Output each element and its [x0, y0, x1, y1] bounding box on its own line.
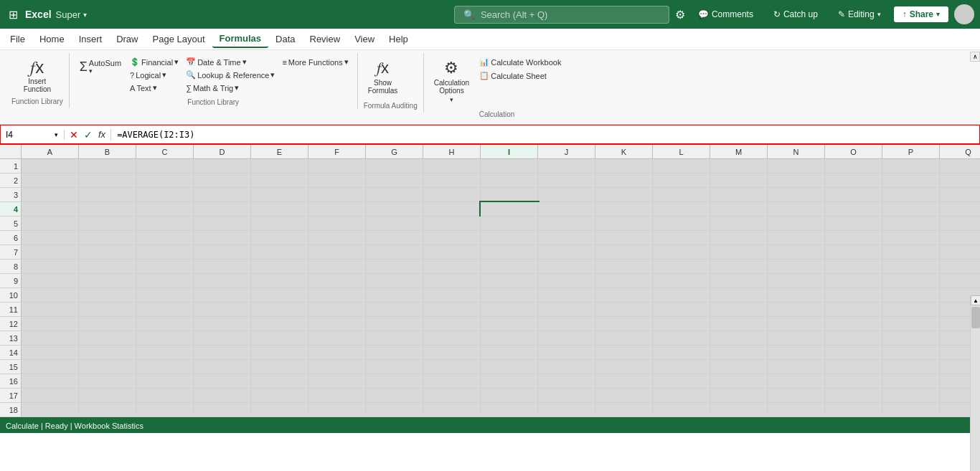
- cell-L15[interactable]: [653, 360, 710, 374]
- cell-E18[interactable]: [251, 403, 308, 417]
- cell-G15[interactable]: [366, 360, 423, 374]
- cell-O4[interactable]: [825, 202, 882, 217]
- cell-K3[interactable]: [595, 188, 653, 202]
- cell-N6[interactable]: [768, 231, 825, 245]
- cell-H10[interactable]: [423, 288, 481, 303]
- cell-K14[interactable]: [595, 346, 653, 360]
- cell-E13[interactable]: [251, 331, 308, 346]
- cell-D15[interactable]: [194, 360, 251, 374]
- cell-D14[interactable]: [194, 346, 251, 360]
- cell-D11[interactable]: [194, 303, 251, 317]
- cell-J10[interactable]: [538, 288, 595, 303]
- cell-C14[interactable]: [136, 346, 194, 360]
- cell-M17[interactable]: [710, 389, 768, 403]
- cell-A7[interactable]: [22, 245, 79, 260]
- cell-J18[interactable]: [538, 403, 595, 417]
- cell-O5[interactable]: [825, 217, 882, 231]
- cell-I6[interactable]: [481, 231, 538, 245]
- cell-J8[interactable]: [538, 260, 595, 274]
- cell-H15[interactable]: [423, 360, 481, 374]
- cell-I12[interactable]: [481, 317, 538, 331]
- cell-B14[interactable]: [79, 346, 136, 360]
- cell-P3[interactable]: [882, 188, 940, 202]
- cell-A12[interactable]: [22, 317, 79, 331]
- cell-F4[interactable]: [308, 202, 366, 217]
- cell-A8[interactable]: [22, 260, 79, 274]
- cell-A1[interactable]: [22, 159, 79, 173]
- cell-L10[interactable]: [653, 288, 710, 303]
- cell-A9[interactable]: [22, 274, 79, 288]
- cell-K13[interactable]: [595, 331, 653, 346]
- cell-P6[interactable]: [882, 231, 940, 245]
- cell-P14[interactable]: [882, 346, 940, 360]
- cell-F13[interactable]: [308, 331, 366, 346]
- cell-P13[interactable]: [882, 331, 940, 346]
- cell-C3[interactable]: [136, 188, 194, 202]
- cell-N5[interactable]: [768, 217, 825, 231]
- cell-L9[interactable]: [653, 274, 710, 288]
- cell-J14[interactable]: [538, 346, 595, 360]
- cell-A17[interactable]: [22, 389, 79, 403]
- cell-F3[interactable]: [308, 188, 366, 202]
- cell-M13[interactable]: [710, 331, 768, 346]
- cell-E17[interactable]: [251, 389, 308, 403]
- cell-G9[interactable]: [366, 274, 423, 288]
- waffle-icon[interactable]: ⊞: [6, 5, 21, 24]
- cell-J5[interactable]: [538, 217, 595, 231]
- cell-Q9[interactable]: [940, 274, 980, 288]
- more-functions-button[interactable]: ≡ More Functions ▾: [279, 56, 351, 68]
- cell-K6[interactable]: [595, 231, 653, 245]
- cell-F11[interactable]: [308, 303, 366, 317]
- cell-O11[interactable]: [825, 303, 882, 317]
- menu-view[interactable]: View: [347, 31, 382, 47]
- cell-L12[interactable]: [653, 317, 710, 331]
- cell-B18[interactable]: [79, 403, 136, 417]
- cell-O7[interactable]: [825, 245, 882, 260]
- cell-F6[interactable]: [308, 231, 366, 245]
- cell-L8[interactable]: [653, 260, 710, 274]
- cell-F14[interactable]: [308, 346, 366, 360]
- cell-G14[interactable]: [366, 346, 423, 360]
- cell-O8[interactable]: [825, 260, 882, 274]
- cell-F16[interactable]: [308, 374, 366, 389]
- cell-B6[interactable]: [79, 231, 136, 245]
- avatar[interactable]: [954, 4, 974, 24]
- cell-F5[interactable]: [308, 217, 366, 231]
- cell-G13[interactable]: [366, 331, 423, 346]
- cell-E2[interactable]: [251, 173, 308, 188]
- cell-K11[interactable]: [595, 303, 653, 317]
- gear-icon[interactable]: ⚙: [675, 8, 685, 22]
- menu-draw[interactable]: Draw: [109, 31, 145, 47]
- cell-Q3[interactable]: [940, 188, 980, 202]
- cell-K4[interactable]: [595, 202, 653, 217]
- cell-P7[interactable]: [882, 245, 940, 260]
- cell-M1[interactable]: [710, 159, 768, 173]
- cell-Q6[interactable]: [940, 231, 980, 245]
- cell-B17[interactable]: [79, 389, 136, 403]
- cell-P10[interactable]: [882, 288, 940, 303]
- cell-Q5[interactable]: [940, 217, 980, 231]
- cell-K2[interactable]: [595, 173, 653, 188]
- cell-K5[interactable]: [595, 217, 653, 231]
- cell-G3[interactable]: [366, 188, 423, 202]
- cell-K9[interactable]: [595, 274, 653, 288]
- menu-page-layout[interactable]: Page Layout: [146, 31, 212, 47]
- cell-P2[interactable]: [882, 173, 940, 188]
- cell-A4[interactable]: [22, 202, 79, 217]
- cell-J7[interactable]: [538, 245, 595, 260]
- cell-G17[interactable]: [366, 389, 423, 403]
- cell-J9[interactable]: [538, 274, 595, 288]
- cell-M6[interactable]: [710, 231, 768, 245]
- cell-C9[interactable]: [136, 274, 194, 288]
- cell-L16[interactable]: [653, 374, 710, 389]
- share-button[interactable]: ↑ Share ▾: [894, 6, 948, 22]
- cell-F18[interactable]: [308, 403, 366, 417]
- cell-P5[interactable]: [882, 217, 940, 231]
- cell-C10[interactable]: [136, 288, 194, 303]
- chevron-icon[interactable]: ▾: [83, 11, 87, 19]
- cancel-formula-button[interactable]: ✕: [67, 129, 80, 141]
- cell-F1[interactable]: [308, 159, 366, 173]
- cell-O3[interactable]: [825, 188, 882, 202]
- cell-N7[interactable]: [768, 245, 825, 260]
- cell-O16[interactable]: [825, 374, 882, 389]
